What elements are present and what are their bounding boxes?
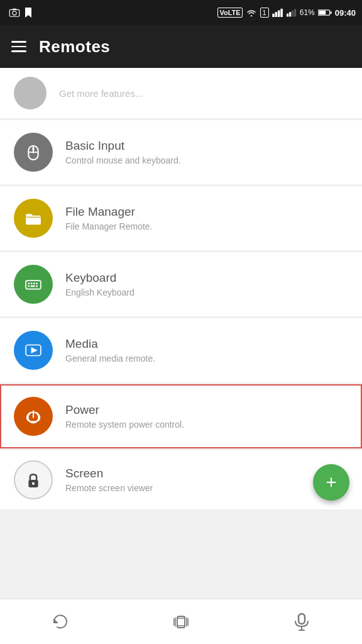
svg-rect-6 [280, 9, 283, 17]
basic-input-title: Basic Input [65, 139, 181, 153]
partial-text: Get more features... [59, 88, 143, 99]
power-svg [23, 406, 44, 427]
media-title: Media [65, 337, 155, 351]
svg-rect-13 [319, 11, 326, 14]
screen-title: Screen [65, 467, 153, 480]
list-item-power[interactable]: Power Remote system power control. [0, 384, 362, 448]
refresh-button[interactable] [45, 606, 76, 638]
svg-rect-22 [36, 282, 38, 284]
svg-rect-7 [287, 14, 288, 17]
add-remote-fab[interactable]: + [313, 464, 349, 501]
basic-input-subtitle: Control mouse and keyboard. [65, 155, 181, 165]
basic-input-text: Basic Input Control mouse and keyboard. [65, 139, 181, 165]
lock-svg [23, 469, 44, 491]
svg-rect-24 [31, 286, 35, 287]
mouse-svg [23, 142, 44, 163]
power-subtitle: Remote system power control. [65, 419, 184, 430]
svg-rect-21 [33, 282, 35, 284]
keyboard-icon [14, 265, 53, 304]
refresh-icon [51, 613, 70, 631]
list-item-screen[interactable]: Screen Remote screen viewer [0, 450, 362, 509]
media-subtitle: General media remote. [65, 353, 155, 364]
media-icon [14, 331, 53, 370]
svg-rect-39 [299, 614, 305, 624]
sim-slot: 1 [260, 8, 269, 18]
microphone-button[interactable] [286, 606, 317, 638]
bottom-nav [0, 599, 362, 644]
list-item-media[interactable]: Media General media remote. [0, 318, 362, 382]
svg-rect-9 [292, 11, 293, 17]
remotes-list: Get more features... Basic Input Control… [0, 68, 362, 599]
page-title: Remotes [39, 37, 110, 57]
svg-rect-2 [13, 9, 16, 10]
wifi-icon [246, 8, 257, 17]
phone-vibrate-icon [172, 613, 190, 631]
keyboard-title: Keyboard [65, 271, 134, 285]
list-item-keyboard[interactable]: Keyboard English Keyboard [0, 252, 362, 316]
svg-rect-0 [9, 9, 19, 16]
media-svg [23, 340, 44, 361]
partial-icon [14, 77, 47, 109]
svg-rect-5 [278, 11, 280, 18]
power-icon [14, 397, 53, 436]
svg-rect-23 [28, 286, 30, 287]
signal2-icon [287, 8, 297, 17]
microphone-icon [292, 613, 311, 631]
svg-rect-8 [289, 12, 291, 16]
screen-text: Screen Remote screen viewer [65, 467, 153, 493]
screen-icon [14, 460, 53, 499]
svg-rect-18 [26, 280, 41, 289]
keyboard-subtitle: English Keyboard [65, 287, 134, 297]
file-manager-text: File Manager File Manager Remote. [65, 205, 153, 231]
media-text: Media General media remote. [65, 337, 155, 364]
battery-percent: 61% [300, 8, 315, 17]
bookmark-icon [24, 7, 33, 18]
svg-point-17 [32, 147, 34, 150]
status-right-icons: VoLTE 1 61% 09:40 [217, 8, 356, 18]
svg-rect-20 [31, 282, 33, 284]
svg-rect-19 [28, 282, 30, 284]
keyboard-svg [23, 274, 44, 295]
signal-icon [272, 8, 283, 17]
fab-label: + [326, 472, 337, 493]
status-left-icons [9, 7, 33, 18]
svg-point-1 [13, 11, 16, 15]
list-item-basic-input[interactable]: Basic Input Control mouse and keyboard. [0, 120, 362, 184]
keyboard-text: Keyboard English Keyboard [65, 271, 134, 297]
screen-item-wrapper: Screen Remote screen viewer + [0, 450, 362, 509]
file-manager-subtitle: File Manager Remote. [65, 221, 153, 231]
status-bar: VoLTE 1 61% 09:40 [0, 0, 362, 25]
phone-vibrate-button[interactable] [165, 606, 197, 638]
screen-subtitle: Remote screen viewer [65, 483, 153, 493]
partial-item[interactable]: Get more features... [0, 68, 362, 118]
svg-rect-10 [294, 9, 296, 16]
menu-button[interactable] [11, 41, 26, 52]
svg-rect-25 [36, 286, 38, 287]
svg-rect-12 [330, 11, 331, 14]
photo-icon [9, 8, 20, 17]
basic-input-icon [14, 133, 53, 172]
list-item-file-manager[interactable]: File Manager File Manager Remote. [0, 186, 362, 250]
svg-point-31 [32, 482, 35, 485]
file-manager-icon [14, 199, 53, 238]
file-manager-title: File Manager [65, 205, 153, 219]
power-title: Power [65, 403, 184, 417]
app-bar: Remotes [0, 25, 362, 68]
folder-svg [23, 208, 44, 229]
svg-rect-3 [272, 14, 275, 17]
svg-marker-27 [31, 347, 38, 353]
battery-icon [318, 9, 332, 16]
time-display: 09:40 [335, 8, 356, 18]
volte-label: VoLTE [217, 8, 242, 18]
svg-rect-4 [275, 12, 277, 17]
power-text: Power Remote system power control. [65, 403, 184, 430]
